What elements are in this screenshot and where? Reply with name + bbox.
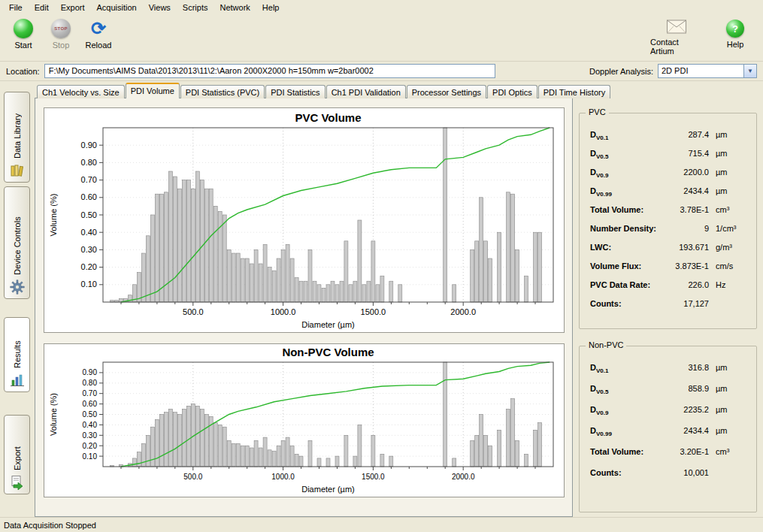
menu-item-network[interactable]: Network	[213, 2, 256, 14]
svg-text:0.20: 0.20	[80, 262, 96, 271]
stat-label: DV0.5	[590, 384, 608, 395]
stat-unit: cm³	[716, 447, 750, 456]
nonpvc-stats-panel: Non-PVC DV0.1316.8µmDV0.5858.9µmDV0.9223…	[579, 346, 757, 512]
doppler-analysis-select[interactable]: 2D PDI ▼	[658, 64, 757, 78]
stat-unit: cm³	[716, 205, 750, 214]
tab-pdi-time-history[interactable]: PDI Time History	[538, 85, 611, 98]
stat-value: 9	[662, 224, 709, 233]
start-icon	[14, 19, 33, 38]
reload-button[interactable]: ⟳ Reload	[81, 19, 116, 50]
tab-pdi-statistics-pvc[interactable]: PDI Statistics (PVC)	[180, 85, 265, 98]
contact-artium-button[interactable]: Contact Artium	[650, 20, 703, 56]
sidebar-item-device-controls[interactable]: Device Controls	[4, 186, 30, 299]
tab-pdi-statistics[interactable]: PDI Statistics	[265, 85, 325, 98]
tab-ch1-pdi-validation[interactable]: Ch1 PDI Validation	[326, 85, 406, 98]
tab-pdi-optics[interactable]: PDI Optics	[487, 85, 537, 98]
menu-item-help[interactable]: Help	[256, 2, 286, 14]
help-icon: ?	[726, 20, 744, 38]
results-chart-icon	[10, 373, 25, 388]
stop-icon: STOP	[51, 19, 71, 38]
stat-value: 193.671	[662, 243, 709, 252]
stat-unit: cm/s	[716, 261, 750, 271]
svg-text:500.0: 500.0	[183, 307, 204, 316]
stat-row: DV0.5858.9µm	[580, 384, 756, 405]
menu-bar: FileEditExportAcquisitionViewsScriptsNet…	[0, 0, 763, 15]
sidebar-item-label: Export	[13, 416, 22, 475]
svg-text:0.10: 0.10	[80, 280, 96, 289]
doppler-analysis-value: 2D PDI	[659, 65, 743, 77]
svg-text:0.70: 0.70	[80, 175, 96, 184]
stat-row: DV0.92235.2µm	[580, 405, 756, 426]
gears-icon	[10, 280, 25, 295]
stat-label: DV0.5	[590, 149, 608, 160]
svg-text:1500.0: 1500.0	[360, 307, 386, 316]
stat-label: DV0.9	[590, 405, 608, 416]
stop-button[interactable]: STOP Stop	[44, 19, 78, 50]
stat-label: Total Volume:	[590, 447, 643, 458]
stat-label: DV0.1	[590, 363, 608, 374]
menu-item-export[interactable]: Export	[55, 2, 91, 14]
tab-bar: Ch1 Velocity vs. SizePDI VolumePDI Stati…	[35, 81, 573, 98]
stat-label: Counts:	[590, 299, 622, 310]
status-text: Data Acquisition Stopped	[4, 521, 96, 530]
svg-text:Volume (%): Volume (%)	[49, 393, 58, 436]
svg-text:1000.0: 1000.0	[270, 307, 295, 316]
svg-text:Diameter (µm): Diameter (µm)	[301, 485, 355, 494]
stat-row: Volume Flux:3.873E-1cm/s	[580, 261, 756, 280]
start-button[interactable]: Start	[6, 19, 41, 50]
reload-label: Reload	[86, 41, 112, 50]
stat-row: DV0.5715.4µm	[580, 149, 756, 168]
stat-row: Counts:10,001	[580, 468, 756, 489]
contact-artium-label: Contact Artium	[650, 38, 703, 56]
svg-text:0.50: 0.50	[82, 410, 97, 419]
sidebar-item-export[interactable]: Export	[4, 415, 30, 494]
stat-label: LWC:	[590, 243, 611, 254]
stat-label: Total Volume:	[590, 205, 643, 216]
stat-unit: 1/cm³	[716, 224, 750, 233]
stat-label: DV0.1	[590, 130, 608, 141]
nonpvc-stats-title: Non-PVC	[586, 340, 626, 349]
stat-unit: µm	[716, 363, 750, 372]
status-bar: Data Acquisition Stopped	[0, 517, 763, 532]
sidebar-item-data-library[interactable]: Data Library	[4, 92, 30, 183]
sidebar: Data LibraryDevice ControlsResultsExport	[0, 81, 35, 517]
envelope-icon	[667, 20, 686, 35]
stat-value: 715.4	[662, 149, 709, 158]
svg-text:0.60: 0.60	[80, 192, 96, 201]
menu-item-scripts[interactable]: Scripts	[177, 2, 214, 14]
svg-text:0.40: 0.40	[80, 228, 96, 237]
stat-row: Total Volume:3.78E-1cm³	[580, 205, 756, 224]
work-area: Data LibraryDevice ControlsResultsExport…	[0, 81, 763, 517]
stat-label: DV0.99	[590, 426, 612, 437]
center-pane: Ch1 Velocity vs. SizePDI VolumePDI Stati…	[35, 81, 573, 517]
sidebar-item-results[interactable]: Results	[4, 317, 30, 392]
stat-row: DV0.992434.4µm	[580, 426, 756, 447]
nonpvc-volume-chart: 500.01000.01500.02000.00.100.200.300.400…	[44, 344, 564, 497]
tab-pdi-volume[interactable]: PDI Volume	[126, 83, 180, 98]
menu-item-file[interactable]: File	[3, 2, 29, 14]
stat-unit: µm	[716, 384, 750, 393]
svg-text:Non-PVC Volume: Non-PVC Volume	[282, 346, 374, 358]
svg-text:0.70: 0.70	[82, 389, 97, 397]
tab-processor-settings[interactable]: Processor Settings	[407, 85, 486, 98]
stat-unit: Hz	[716, 280, 750, 289]
stop-label: Stop	[53, 41, 70, 50]
location-label: Location:	[6, 67, 40, 76]
stat-value: 2235.2	[662, 405, 709, 414]
location-input[interactable]: F:\My Documents\AIMS Data\2013\2013\11\2…	[44, 64, 495, 78]
svg-text:0.30: 0.30	[80, 245, 96, 254]
help-button[interactable]: ? Help	[718, 20, 752, 56]
stat-unit: µm	[716, 149, 750, 158]
tab-ch1-velocity-vs-size[interactable]: Ch1 Velocity vs. Size	[37, 85, 125, 98]
stat-unit: g/m³	[716, 243, 750, 252]
svg-text:0.10: 0.10	[82, 452, 97, 461]
svg-text:0.40: 0.40	[82, 421, 97, 429]
menu-item-edit[interactable]: Edit	[29, 2, 55, 14]
stat-value: 287.4	[662, 130, 709, 139]
svg-text:500.0: 500.0	[183, 473, 202, 481]
menu-item-views[interactable]: Views	[143, 2, 177, 14]
stat-row: Total Volume:3.20E-1cm³	[580, 447, 756, 468]
help-label: Help	[727, 40, 744, 49]
pvc-stats-title: PVC	[586, 107, 609, 116]
menu-item-acquisition[interactable]: Acquisition	[91, 2, 143, 14]
